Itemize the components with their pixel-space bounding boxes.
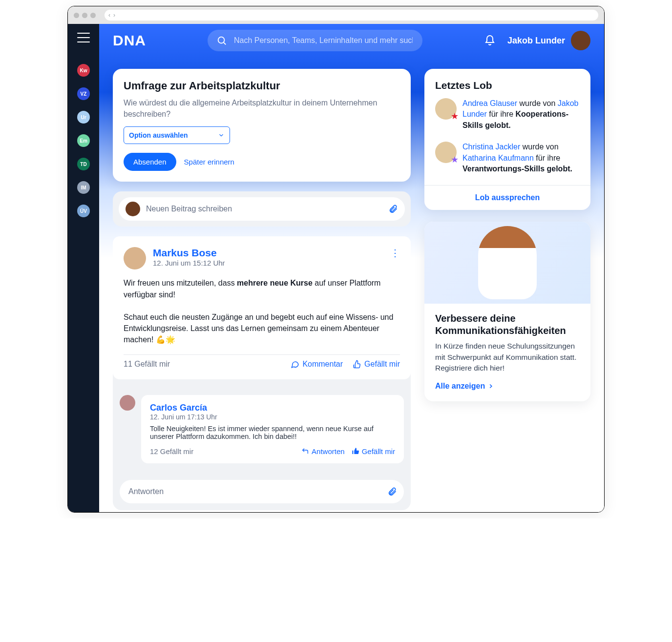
- compose-input[interactable]: Neuen Beitrag schreiben: [119, 197, 405, 221]
- svg-line-1: [224, 42, 226, 44]
- workspace-avatar[interactable]: IM: [77, 181, 90, 194]
- search-icon: [216, 35, 227, 46]
- workspace-avatar[interactable]: ÜV: [77, 205, 90, 217]
- nav-forward-icon[interactable]: ›: [113, 12, 115, 19]
- url-bar[interactable]: ‹ ›: [105, 10, 598, 21]
- survey-title: Umfrage zur Arbeitsplatzkultur: [124, 80, 400, 92]
- browser-titlebar: ‹ ›: [68, 6, 604, 24]
- workspace-avatar[interactable]: Em: [77, 134, 90, 147]
- promo-image: [424, 222, 590, 304]
- compose-card: Neuen Beitrag schreiben: [113, 191, 411, 227]
- post-timestamp: 12. Juni um 15:12 Uhr: [153, 259, 225, 267]
- chevron-down-icon: [218, 132, 225, 139]
- workspace-avatar[interactable]: TD: [77, 158, 90, 170]
- praise-card: Letztes Lob ★Andrea Glauser wurde von Ja…: [424, 69, 590, 210]
- promo-title: Verbessere deine Kommunikationsfähigkeit…: [435, 312, 580, 337]
- reply-button[interactable]: Antworten: [301, 447, 345, 456]
- survey-select[interactable]: Option auswählen: [124, 126, 230, 144]
- post-menu-button[interactable]: ⋮: [390, 247, 400, 259]
- comment: Carlos García 12. Juni um 17:13 Uhr Toll…: [113, 388, 411, 470]
- avatar: [120, 395, 135, 411]
- like-button[interactable]: Gefällt mir: [353, 360, 400, 369]
- avatar: ★: [435, 98, 457, 120]
- menu-toggle-button[interactable]: [77, 33, 90, 42]
- avatar: ★: [435, 142, 457, 163]
- thumbs-up-icon: [352, 447, 359, 455]
- praise-title: Letztes Lob: [435, 80, 580, 91]
- promo-card: Verbessere deine Kommunikationsfähigkeit…: [424, 222, 590, 401]
- survey-question: Wie würdest du die allgemeine Arbeitspla…: [124, 97, 400, 120]
- window-dot[interactable]: [82, 13, 87, 18]
- person-link[interactable]: Andrea Glauser: [462, 99, 517, 107]
- workspace-avatar[interactable]: VZ: [77, 87, 90, 100]
- workspace-avatar[interactable]: Kw: [77, 64, 90, 77]
- nav-back-icon[interactable]: ‹: [108, 12, 110, 19]
- browser-window: ‹ › KwVZUrEmTDIMÜV DNA Jakob Lunder: [67, 6, 605, 513]
- comment-author-link[interactable]: Carlos García: [150, 403, 395, 413]
- comment-icon: [291, 360, 299, 369]
- attachment-icon[interactable]: [387, 487, 397, 497]
- comment-button[interactable]: Kommentar: [291, 360, 343, 369]
- survey-card: Umfrage zur Arbeitsplatzkultur Wie würde…: [113, 69, 411, 182]
- post-body: Wir freuen uns mitzuteilen, dass mehrere…: [124, 277, 400, 345]
- app-logo[interactable]: DNA: [113, 32, 146, 49]
- avatar: [126, 202, 140, 216]
- promo-cta-link[interactable]: Alle anzeigen: [435, 382, 580, 391]
- reply-placeholder: Antworten: [128, 487, 381, 496]
- person-link[interactable]: Christina Jackler: [462, 143, 520, 151]
- bell-icon: [484, 35, 496, 46]
- avatar: [571, 31, 590, 50]
- search-input[interactable]: [233, 36, 414, 45]
- person-link[interactable]: Katharina Kaufmann: [462, 154, 534, 162]
- window-dot[interactable]: [90, 13, 96, 18]
- select-label: Option auswählen: [129, 131, 188, 139]
- workspace-avatar[interactable]: Ur: [77, 111, 90, 124]
- avatar: [124, 247, 146, 269]
- reply-icon: [301, 447, 309, 455]
- svg-point-0: [218, 37, 225, 43]
- notifications-button[interactable]: [484, 35, 496, 46]
- attachment-icon[interactable]: [388, 204, 398, 214]
- star-icon: ★: [451, 154, 459, 165]
- survey-remind-link[interactable]: Später erinnern: [184, 158, 234, 166]
- chevron-right-icon: [487, 383, 494, 390]
- promo-text: In Kürze finden neue Schulungssitzungen …: [435, 341, 580, 373]
- current-user[interactable]: Jakob Lunder: [507, 31, 590, 50]
- comment-timestamp: 12. Juni um 17:13 Uhr: [150, 413, 395, 421]
- give-praise-button[interactable]: Lob aussprechen: [424, 185, 590, 210]
- reply-input[interactable]: Antworten: [120, 480, 404, 503]
- window-dot[interactable]: [74, 13, 79, 18]
- post-author-link[interactable]: Markus Bose: [153, 247, 225, 259]
- comment-text: Tolle Neuigkeiten! Es ist immer wieder s…: [150, 425, 395, 440]
- left-rail: KwVZUrEmTDIMÜV: [68, 24, 99, 512]
- user-name: Jakob Lunder: [507, 36, 565, 46]
- compose-placeholder: Neuen Beitrag schreiben: [146, 205, 382, 213]
- post-like-count: 11 Gefällt mir: [124, 360, 170, 369]
- comment-like-count: 12 Gefällt mir: [150, 447, 193, 456]
- post-card: Markus Bose 12. Juni um 15:12 Uhr ⋮ Wir …: [113, 236, 411, 510]
- praise-item: ★Christina Jackler wurde von Katharina K…: [435, 142, 580, 174]
- global-search[interactable]: [208, 30, 422, 51]
- praise-item: ★Andrea Glauser wurde von Jakob Lunder f…: [435, 98, 580, 131]
- thumbs-up-icon: [353, 360, 361, 369]
- survey-submit-button[interactable]: Absenden: [124, 153, 176, 171]
- comment-like-button[interactable]: Gefällt mir: [352, 447, 395, 456]
- star-icon: ★: [451, 111, 459, 122]
- top-bar: DNA Jakob Lunder: [99, 24, 604, 57]
